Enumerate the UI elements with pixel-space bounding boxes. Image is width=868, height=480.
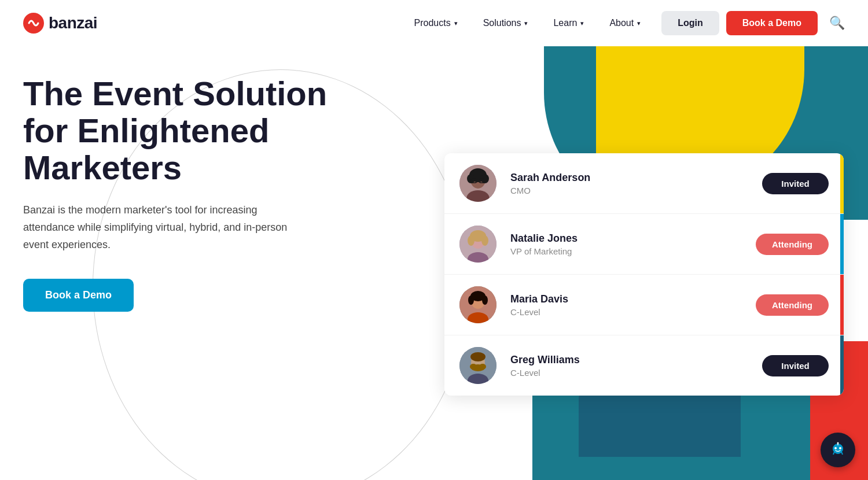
hero-section: The Event Solution for Enlightened Marke… [0,46,868,480]
chevron-down-icon: ▾ [524,20,528,27]
status-badge-greg[interactable]: Invited [762,355,829,376]
attendee-info-natalie: Natalie Jones VP of Marketing [510,232,756,256]
attendee-name: Greg Williams [510,354,762,366]
search-icon[interactable]: 🔍 [829,16,845,31]
hero-title: The Event Solution for Enlightened Marke… [23,75,347,186]
login-button[interactable]: Login [661,11,719,35]
attendee-info-greg: Greg Williams C-Level [510,354,762,378]
logo-icon [23,13,44,34]
hero-content-left: The Event Solution for Enlightened Marke… [23,75,347,312]
navbar: banzai Products ▾ Solutions ▾ Learn ▾ Ab… [0,0,868,46]
svg-point-32 [834,447,837,449]
brand-name: banzai [49,14,97,32]
attendee-info-maria: Maria Davis C-Level [510,293,756,317]
attendee-name: Maria Davis [510,293,756,305]
chevron-down-icon: ▾ [637,20,641,27]
nav-links: Products ▾ Solutions ▾ Learn ▾ About ▾ [402,12,654,34]
logo-link[interactable]: banzai [23,13,97,34]
attendee-panel: Sarah Anderson CMO Invited Natal [444,153,844,396]
nav-products[interactable]: Products ▾ [402,12,470,34]
hero-subtitle: Banzai is the modern marketer's tool for… [23,202,295,253]
status-badge-maria[interactable]: Attending [756,294,829,316]
attendee-role: CMO [510,186,762,195]
svg-point-29 [479,364,486,370]
chevron-down-icon: ▾ [454,20,458,27]
avatar-greg [459,347,496,384]
book-demo-nav-button[interactable]: Book a Demo [726,11,818,35]
card-accent-blue [840,335,844,396]
svg-point-14 [468,235,475,246]
chatbot-button[interactable] [821,433,855,467]
svg-point-22 [471,295,485,301]
nav-about[interactable]: About ▾ [597,12,653,34]
attendee-card-greg: Greg Williams C-Level Invited [444,335,844,396]
avatar-maria [459,286,496,323]
card-accent-coral [840,275,844,335]
attendee-card-sarah: Sarah Anderson CMO Invited [444,153,844,214]
status-badge-natalie[interactable]: Attending [756,234,829,255]
svg-line-37 [841,452,843,455]
attendee-role: C-Level [510,307,756,317]
svg-point-15 [481,235,488,246]
book-demo-hero-button[interactable]: Book a Demo [23,279,134,312]
nav-solutions[interactable]: Solutions ▾ [470,12,541,34]
attendee-info-sarah: Sarah Anderson CMO [510,172,762,195]
card-accent-teal [840,214,844,274]
attendee-card-natalie: Natalie Jones VP of Marketing Attending [444,214,844,275]
svg-line-36 [833,452,834,455]
svg-point-28 [470,364,477,370]
chevron-down-icon: ▾ [580,20,584,27]
attendee-name: Sarah Anderson [510,172,762,184]
avatar-natalie [459,226,496,263]
svg-point-33 [839,447,841,449]
attendee-role: C-Level [510,368,762,378]
attendee-card-maria: Maria Davis C-Level Attending [444,275,844,335]
attendee-name: Natalie Jones [510,232,756,245]
chatbot-icon [829,441,847,459]
bg-blue-bottom [579,387,741,457]
attendee-role: VP of Marketing [510,246,756,256]
avatar-sarah [459,165,496,202]
card-accent-yellow [840,153,844,213]
svg-point-26 [470,352,486,361]
status-badge-sarah[interactable]: Invited [762,173,829,194]
nav-learn[interactable]: Learn ▾ [540,12,597,34]
svg-point-35 [837,442,839,444]
